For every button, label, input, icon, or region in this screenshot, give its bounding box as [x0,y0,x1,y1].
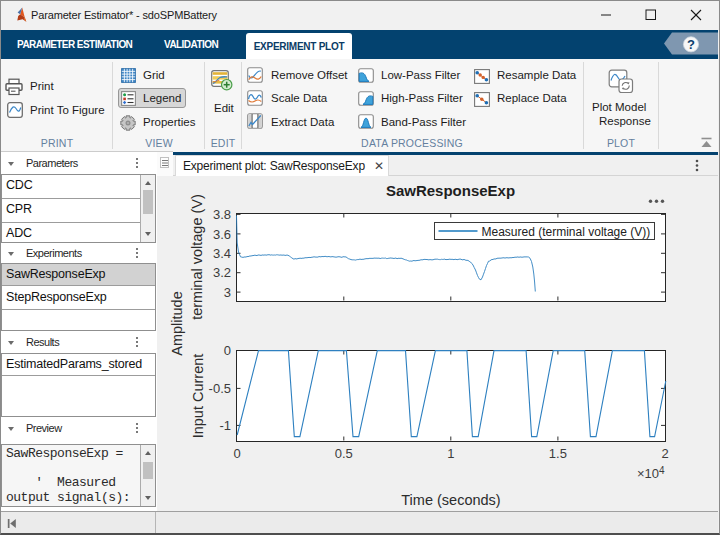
svg-text:Input Current: Input Current [190,354,206,439]
svg-text:1: 1 [447,446,454,461]
svg-text:-1: -1 [219,418,231,433]
svg-text:2: 2 [661,446,668,461]
svg-text:Amplitude: Amplitude [169,291,185,355]
svg-text:0: 0 [224,343,231,358]
svg-text:Time (seconds): Time (seconds) [401,492,500,508]
svg-text:terminal voltage (V): terminal voltage (V) [189,194,205,320]
svg-text:3.8: 3.8 [213,207,231,222]
svg-text:3.4: 3.4 [213,246,231,261]
svg-text:Measured (terminal voltage (V): Measured (terminal voltage (V)) [482,225,651,239]
svg-text:3.2: 3.2 [213,265,231,280]
svg-text:3.6: 3.6 [213,227,231,242]
svg-text:SawResponseExp: SawResponseExp [386,182,515,199]
svg-text:0.5: 0.5 [335,446,353,461]
svg-text:0: 0 [233,446,240,461]
svg-text:1.5: 1.5 [549,446,567,461]
svg-text:-0.5: -0.5 [209,381,231,396]
svg-text:3: 3 [224,285,231,300]
svg-text:×104: ×104 [637,465,665,481]
